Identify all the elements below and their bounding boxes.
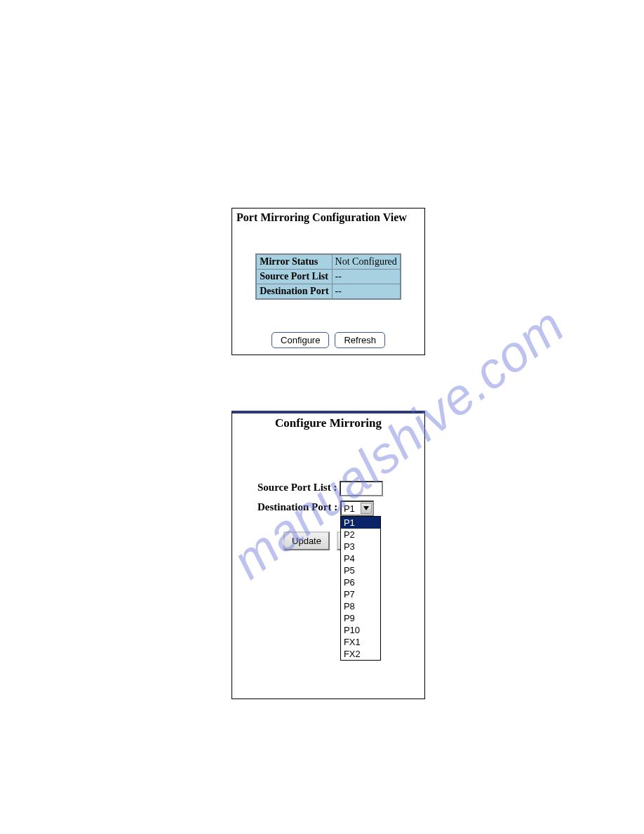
mirror-status-table: Mirror Status Not Configured Source Port… xyxy=(255,253,401,300)
chevron-down-icon[interactable] xyxy=(361,503,372,514)
dropdown-option-p6[interactable]: P6 xyxy=(341,576,380,588)
panel2-title: Configure Mirroring xyxy=(232,413,424,432)
panel1-button-row: Configure Refresh xyxy=(232,332,424,348)
dropdown-option-p4[interactable]: P4 xyxy=(341,552,380,564)
destination-port-label: Destination Port xyxy=(256,284,332,300)
update-button[interactable]: Update xyxy=(283,531,330,550)
refresh-button[interactable]: Refresh xyxy=(335,332,385,348)
spacer xyxy=(232,225,424,253)
dropdown-option-p10[interactable]: P10 xyxy=(341,624,380,636)
destination-port-form-label: Destination Port : xyxy=(257,501,337,513)
destination-port-dropdown[interactable]: P1 P2 P3 P4 P5 P6 P7 P8 P9 P10 FX1 FX2 xyxy=(340,516,381,661)
dropdown-option-p3[interactable]: P3 xyxy=(341,541,380,552)
dropdown-option-p5[interactable]: P5 xyxy=(341,564,380,576)
destination-port-select[interactable]: P1 P1 P2 P3 P4 P5 P6 P7 P8 P9 P10 FX1 xyxy=(340,501,374,516)
dropdown-option-fx2[interactable]: FX2 xyxy=(341,648,380,660)
destination-port-select-display[interactable]: P1 xyxy=(340,501,374,516)
destination-port-row: Destination Port : P1 P1 P2 P3 P4 P5 P6 … xyxy=(257,501,424,516)
source-port-list-form-label: Source Port List : xyxy=(257,482,337,494)
source-port-row: Source Port List : xyxy=(257,481,424,496)
configure-button[interactable]: Configure xyxy=(271,332,329,348)
dropdown-option-p7[interactable]: P7 xyxy=(341,588,380,600)
dropdown-option-p1[interactable]: P1 xyxy=(341,517,380,529)
destination-port-value: -- xyxy=(332,284,401,300)
svg-marker-0 xyxy=(363,506,369,510)
panel2-button-row: Update Ca xyxy=(224,531,416,550)
source-port-list-label: Source Port List xyxy=(256,270,332,284)
dropdown-option-fx1[interactable]: FX1 xyxy=(341,636,380,648)
source-port-list-input[interactable] xyxy=(340,481,383,496)
table-row: Destination Port -- xyxy=(256,284,401,300)
destination-port-selected-value: P1 xyxy=(344,503,355,514)
table-row: Source Port List -- xyxy=(256,270,401,284)
port-mirroring-config-view-panel: Port Mirroring Configuration View Mirror… xyxy=(232,208,425,355)
spacer xyxy=(232,550,424,696)
dropdown-option-p2[interactable]: P2 xyxy=(341,529,380,541)
mirror-status-value: Not Configured xyxy=(332,254,401,270)
configure-mirroring-panel: Configure Mirroring Source Port List : D… xyxy=(232,411,425,699)
dropdown-option-p9[interactable]: P9 xyxy=(341,612,380,624)
table-row: Mirror Status Not Configured xyxy=(256,254,401,270)
panel1-title: Port Mirroring Configuration View xyxy=(232,208,424,225)
form-area: Source Port List : Destination Port : P1… xyxy=(232,481,424,516)
dropdown-option-p8[interactable]: P8 xyxy=(341,600,380,612)
mirror-status-label: Mirror Status xyxy=(256,254,332,270)
source-port-list-value: -- xyxy=(332,270,401,284)
